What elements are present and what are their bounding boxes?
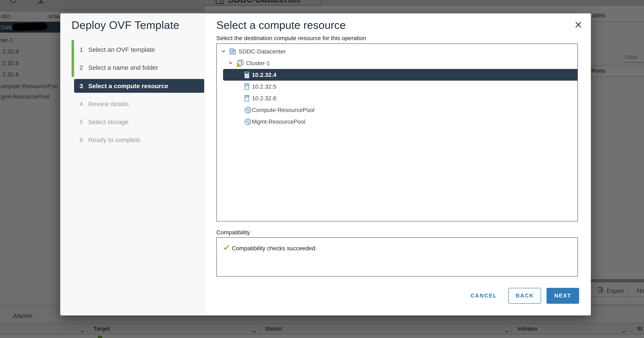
next-button[interactable]: NEXT [546, 288, 579, 304]
resource-pool-icon [244, 104, 252, 116]
datacenter-icon [229, 45, 236, 57]
chevron-down-icon[interactable] [221, 45, 226, 57]
step-number: 2 [80, 61, 83, 74]
compatibility-label: Compatibility [216, 229, 250, 236]
wizard-step-3-active[interactable]: 3 Select a compute resource [74, 79, 204, 93]
tree-item-sddc-datacenter[interactable]: SDDC-Datacenter [217, 45, 578, 57]
tree-item-host-10-2-32-6[interactable]: 10.2.32.6 [217, 92, 578, 104]
wizard-step-4: 4 Review details [74, 97, 204, 111]
back-button[interactable]: BACK [508, 288, 541, 304]
step-number: 4 [80, 97, 83, 111]
wizard-progress-bar [72, 40, 74, 77]
check-icon [223, 244, 230, 252]
tree-item-label: 10.2.32.4 [252, 69, 276, 81]
step-header: Select a compute resource [216, 19, 346, 32]
step-label: Ready to complete [88, 133, 140, 147]
tree-item-compute-resourcepool[interactable]: Compute-ResourcePool [217, 104, 578, 116]
dialog-title: Deploy OVF Template [72, 19, 179, 32]
tree-item-mgmt-resourcepool[interactable]: Mgmt-ResourcePool [217, 116, 578, 127]
tree-item-label: Mgmt-ResourcePool [252, 116, 305, 127]
chevron-down-icon[interactable] [228, 57, 233, 69]
wizard-step-2[interactable]: 2 Select a name and folder [74, 61, 204, 74]
step-label: Select a compute resource [88, 79, 168, 93]
tree-item-host-10-2-32-4-selected[interactable]: 10.2.32.4 [217, 69, 578, 81]
tree-item-label: 10.2.32.6 [252, 92, 276, 104]
host-icon [244, 81, 250, 92]
step-label: Review details [88, 97, 129, 111]
wizard-steps-pane: Deploy OVF Template 1 Select an OVF temp… [60, 13, 204, 316]
wizard-step-6: 6 Ready to complete [74, 133, 204, 147]
host-icon [244, 69, 250, 81]
redaction-scribble [12, 22, 47, 31]
wizard-step-5: 5 Select storage [74, 115, 204, 129]
step-label: Select storage [88, 115, 128, 129]
step-number: 6 [80, 133, 83, 147]
tree-item-host-10-2-32-5[interactable]: 10.2.32.5 [217, 81, 578, 92]
close-icon[interactable]: ✕ [572, 18, 585, 32]
tree-item-label: 10.2.32.5 [252, 81, 276, 92]
tree-item-cluster-1[interactable]: Cluster-1 [217, 57, 578, 69]
wizard-step-1[interactable]: 1 Select an OVF template [74, 43, 204, 56]
cancel-button[interactable]: CANCEL [467, 291, 500, 301]
cluster-warning-icon [236, 57, 244, 69]
compatibility-message: Compatibility checks succeeded. [232, 245, 317, 252]
step-label: Select a name and folder [88, 61, 158, 74]
step-number: 5 [80, 115, 83, 129]
step-number: 3 [80, 79, 83, 93]
deploy-ovf-template-dialog: Deploy OVF Template 1 Select an OVF temp… [60, 13, 591, 316]
vsphere-client-screen: SDDC-Datacenter ddc- .vmw Datacenter ter… [0, 0, 644, 338]
tree-item-label: Cluster-1 [246, 57, 270, 69]
step-number: 1 [80, 43, 83, 56]
host-icon [244, 92, 250, 104]
tree-item-label: SDDC-Datacenter [238, 45, 286, 57]
step-instruction: Select the destination compute resource … [216, 35, 366, 41]
resource-pool-icon [244, 116, 252, 127]
compatibility-panel: Compatibility checks succeeded. [216, 237, 578, 277]
tree-item-label: Compute-ResourcePool [252, 104, 314, 116]
step-label: Select an OVF template [88, 43, 155, 56]
compute-resource-tree: SDDC-Datacenter Cluster-1 10.2.32.4 [216, 43, 578, 221]
